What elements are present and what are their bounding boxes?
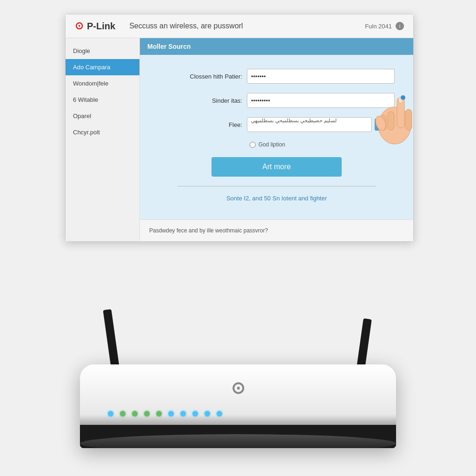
led-1	[108, 411, 113, 416]
led-9	[205, 411, 210, 416]
main-content: Diogle Ado Campara Wondom|fele 6 Witable…	[66, 38, 413, 241]
footer-text: Pasdwdey fece and by ille weothmaic pass…	[140, 219, 413, 241]
ui-panel: ⊙ P-Link Seccuss an wireless, are pusswo…	[65, 14, 414, 242]
field2-row: Sinder itas:	[159, 93, 395, 108]
led-3	[132, 411, 138, 416]
version-info: Fuln 2041 i	[365, 22, 404, 30]
sidebar-item-chcyrpolt[interactable]: Chcyr.polt	[66, 124, 139, 140]
page-title: Seccuss an wireless, are pussworl	[129, 22, 365, 30]
field3-row: Flee: لسليم حصيطيحي بسطلميحي بسطلميهي G.…	[159, 117, 395, 132]
god-option: God liption	[250, 141, 395, 148]
sidebar: Diogle Ado Campara Wondom|fele 6 Witable…	[66, 38, 140, 241]
file-row: لسليم حصيطيحي بسطلميحي بسطلميهي G...	[247, 117, 395, 132]
sidebar-item-6witable[interactable]: 6 Witable	[66, 92, 139, 108]
led-7	[180, 411, 186, 416]
led-2	[120, 411, 126, 416]
version-text: Fuln 2041	[365, 23, 392, 30]
router-logo: ⊙	[231, 378, 245, 398]
title-bar: ⊙ P-Link Seccuss an wireless, are pusswo…	[66, 14, 413, 38]
field2-label: Sinder itas:	[159, 97, 242, 104]
brand-name: P-Link	[87, 21, 115, 32]
info-icon[interactable]: i	[396, 22, 404, 30]
submit-button[interactable]: Art more	[212, 157, 342, 177]
link-text[interactable]: Sonte I2, and 50 Sn Iotent and fighter	[159, 191, 395, 205]
browse-button[interactable]: G...	[375, 119, 395, 131]
brand-logo: ⊙ P-Link	[75, 20, 115, 32]
brand-icon: ⊙	[75, 20, 83, 32]
led-5	[156, 411, 162, 416]
content-panel: Moller Sourcn Clossen hith Patier: Sinde…	[140, 38, 413, 241]
sidebar-item-oparel[interactable]: Oparel	[66, 108, 139, 124]
sidebar-item-diogle[interactable]: Diogle	[66, 43, 139, 59]
form-area: Clossen hith Patier: Sinder itas: Flee: …	[140, 55, 413, 219]
led-4	[144, 411, 150, 416]
god-option-label: God liption	[258, 141, 285, 148]
field3-label: Flee:	[159, 121, 242, 128]
field2-input[interactable]	[247, 93, 395, 108]
field1-row: Clossen hith Patier:	[159, 69, 395, 84]
divider	[177, 186, 376, 186]
field1-label: Clossen hith Patier:	[159, 73, 242, 80]
sidebar-item-wondom[interactable]: Wondom|fele	[66, 75, 139, 92]
led-6	[168, 411, 174, 416]
field1-input[interactable]	[247, 69, 395, 84]
led-10	[217, 411, 222, 416]
god-option-radio[interactable]	[250, 142, 256, 148]
sidebar-item-ado-campara[interactable]: Ado Campara	[66, 59, 139, 75]
section-header: Moller Sourcn	[140, 38, 413, 55]
led-8	[192, 411, 198, 416]
file-input-display[interactable]: لسليم حصيطيحي بسطلميحي بسطلميهي	[247, 117, 372, 132]
